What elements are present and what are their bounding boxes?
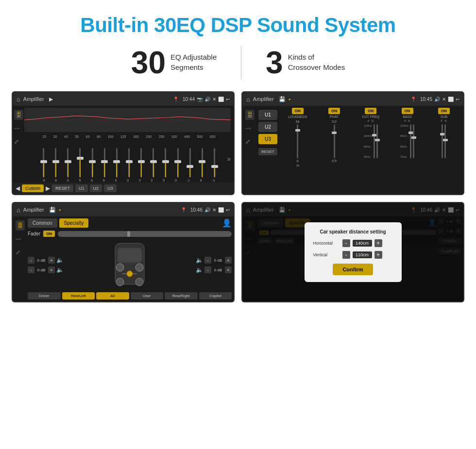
amp-mode-buttons: Common Specialty 👤 bbox=[28, 218, 232, 228]
db-plus-fr[interactable]: + bbox=[225, 257, 232, 264]
driver-btn[interactable]: Driver bbox=[28, 292, 61, 299]
eq-icon-3[interactable]: 🎛 bbox=[16, 220, 25, 231]
eq-slider-2[interactable] bbox=[50, 148, 61, 177]
eq-next-arrow[interactable]: ▶ bbox=[46, 185, 50, 192]
arrows-icon-3[interactable]: ⤢ bbox=[16, 249, 25, 256]
left-speaker-controls: - 0 dB + 🔈 - 0 dB + 🔈 bbox=[28, 257, 64, 273]
arrows-icon[interactable]: ⤢ bbox=[14, 138, 23, 145]
rearleft-btn[interactable]: RearLeft bbox=[62, 292, 95, 299]
vertical-plus-btn[interactable]: + bbox=[374, 251, 382, 259]
arrows-icon-2[interactable]: ⤢ bbox=[245, 138, 255, 145]
horizontal-minus-btn[interactable]: - bbox=[342, 239, 350, 247]
home-icon[interactable]: ⌂ bbox=[17, 96, 20, 103]
crossover-u3-btn[interactable]: U3 bbox=[258, 134, 277, 144]
eq-reset-btn[interactable]: RESET bbox=[52, 184, 73, 192]
eq-slider-9[interactable] bbox=[136, 148, 147, 177]
db-val-rl: 0 dB bbox=[36, 268, 47, 272]
channel-phat: ON PHAT 3.0 0.5 bbox=[317, 108, 352, 167]
eq-values: 00050 00000 00-10-1 bbox=[24, 178, 234, 183]
home-icon-3[interactable]: ⌂ bbox=[17, 206, 20, 214]
wave-icon-2[interactable]: 〰 bbox=[245, 126, 255, 133]
user-btn[interactable]: User bbox=[131, 292, 164, 299]
specialty-mode-btn[interactable]: Specialty bbox=[59, 218, 89, 228]
eq-slider-7[interactable] bbox=[111, 148, 122, 177]
db-minus-rr[interactable]: - bbox=[204, 266, 211, 273]
db-minus-rl[interactable]: - bbox=[28, 266, 34, 273]
eq-u2-btn[interactable]: U2 bbox=[90, 184, 102, 192]
sub-label: SUB bbox=[441, 115, 447, 118]
screen-amp-body: 🎛 〰 ⤢ Common Specialty 👤 Fader ON bbox=[13, 216, 234, 301]
db-plus-rl[interactable]: + bbox=[48, 266, 55, 273]
save-icon-2[interactable]: 💾 bbox=[279, 96, 286, 102]
copilot-btn[interactable]: Copilot bbox=[199, 292, 232, 299]
eq-slider-10[interactable] bbox=[148, 148, 159, 177]
eq-slider-6[interactable] bbox=[99, 148, 110, 177]
bass-toggle[interactable]: ON bbox=[402, 108, 413, 114]
sub-toggle[interactable]: ON bbox=[438, 108, 450, 114]
fader-toggle[interactable]: ON bbox=[43, 231, 55, 237]
confirm-button[interactable]: Confirm bbox=[333, 264, 373, 275]
back-icon-2[interactable]: ↩ bbox=[456, 97, 459, 102]
eq-slider-14[interactable] bbox=[197, 148, 208, 177]
db-minus-fl[interactable]: - bbox=[28, 257, 34, 264]
db-minus-fr[interactable]: - bbox=[204, 257, 211, 264]
eq-slider-15[interactable] bbox=[209, 148, 220, 177]
screen-crossover: ⌂ Amplifier 💾 ● 📍 10:45 🔊 ✕ ⬜ ↩ 🎛 〰 ⤢ U bbox=[241, 91, 464, 195]
eq-sliders: » bbox=[24, 139, 234, 178]
phat-toggle[interactable]: ON bbox=[328, 108, 340, 114]
fader-slider[interactable] bbox=[58, 231, 232, 237]
eq-icon-2[interactable]: 🎛 bbox=[245, 110, 255, 120]
back-icon[interactable]: ↩ bbox=[226, 97, 230, 102]
horizontal-value: 140cm bbox=[353, 240, 372, 247]
wave-icon[interactable]: 〰 bbox=[14, 126, 23, 133]
all-btn[interactable]: All bbox=[96, 292, 129, 299]
screens-grid: ⌂ Amplifier ▶ 📍 10:44 📷 🔊 ✕ ⬜ ↩ 🎛 〰 ⤢ bbox=[0, 91, 476, 312]
distance-dialog: Car speaker distance setting Horizontal … bbox=[305, 222, 402, 282]
stats-row: 30 EQ Adjustable Segments 3 Kinds of Cro… bbox=[0, 46, 476, 80]
db-plus-rr[interactable]: + bbox=[225, 266, 232, 273]
eq-slider-4[interactable] bbox=[74, 148, 85, 177]
close-icon-3[interactable]: ✕ bbox=[212, 207, 216, 213]
back-icon-3[interactable]: ↩ bbox=[226, 207, 230, 213]
db-plus-fl[interactable]: + bbox=[48, 257, 55, 264]
eq-custom-btn[interactable]: Custom bbox=[22, 184, 44, 192]
save-icon-3[interactable]: 💾 bbox=[49, 207, 56, 213]
crossover-reset-btn[interactable]: RESET bbox=[258, 148, 277, 155]
home-icon-2[interactable]: ⌂ bbox=[246, 96, 250, 103]
horizontal-plus-btn[interactable]: + bbox=[374, 239, 382, 247]
eq-u1-btn[interactable]: U1 bbox=[75, 184, 88, 192]
eq-slider-12[interactable] bbox=[172, 148, 184, 177]
rearright-btn[interactable]: RearRight bbox=[165, 292, 198, 299]
svg-point-6 bbox=[116, 264, 124, 271]
eq-slider-1[interactable] bbox=[38, 148, 49, 177]
dialog-overlay: Car speaker distance setting Horizontal … bbox=[242, 203, 463, 301]
eq-icon[interactable]: 🎛 bbox=[14, 110, 23, 120]
crossover-u2-btn[interactable]: U2 bbox=[258, 122, 277, 132]
speaker-fr-icon: 🔈 bbox=[196, 257, 203, 264]
eq-slider-3[interactable] bbox=[62, 148, 73, 177]
play-icon[interactable]: ▶ bbox=[49, 96, 53, 102]
dot-icon-3: ● bbox=[59, 208, 61, 212]
eq-u3-btn[interactable]: U3 bbox=[104, 184, 117, 192]
amp-position-buttons: Driver RearLeft All User RearRight Copil… bbox=[28, 292, 232, 299]
cutfreq-toggle[interactable]: ON bbox=[365, 108, 376, 114]
eq-slider-13[interactable] bbox=[185, 148, 196, 177]
svg-point-7 bbox=[136, 264, 143, 271]
crossover-u1-btn[interactable]: U1 bbox=[258, 110, 277, 120]
db-control-rl: - 0 dB + 🔈 bbox=[28, 266, 64, 273]
vertical-minus-btn[interactable]: - bbox=[342, 251, 350, 259]
eq-slider-11[interactable] bbox=[160, 148, 171, 177]
eq-slider-5[interactable] bbox=[87, 148, 98, 177]
wave-icon-3[interactable]: 〰 bbox=[16, 236, 25, 243]
eq-freq-labels: 2532405063 80100125160200 25032040050063… bbox=[24, 134, 234, 139]
eq-bottom-bar: ◀ Custom ▶ RESET U1 U2 U3 bbox=[13, 183, 234, 194]
close-icon[interactable]: ✕ bbox=[212, 97, 216, 102]
vertical-value: 110cm bbox=[353, 251, 372, 258]
close-icon-2[interactable]: ✕ bbox=[442, 97, 446, 102]
stat-eq: 30 EQ Adjustable Segments bbox=[107, 47, 241, 78]
eq-slider-8[interactable] bbox=[123, 148, 135, 177]
loudness-toggle[interactable]: ON bbox=[292, 108, 304, 114]
eq-prev-arrow[interactable]: ◀ bbox=[16, 185, 20, 192]
common-mode-btn[interactable]: Common bbox=[28, 218, 57, 228]
right-arrows-icon[interactable]: » bbox=[227, 155, 231, 163]
